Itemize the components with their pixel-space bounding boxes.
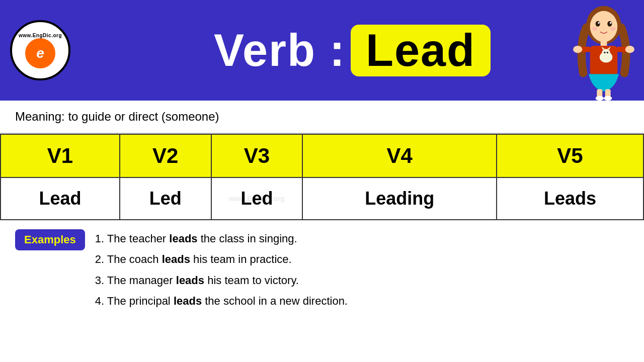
svg-point-6 bbox=[592, 27, 597, 31]
col-v5: V5 bbox=[497, 134, 643, 177]
col-v1: V1 bbox=[1, 134, 120, 177]
svg-point-14 bbox=[604, 52, 606, 54]
svg-point-19 bbox=[625, 46, 634, 53]
verb-forms-table: V1 V2 V3 V4 V5 Lead Led Led www.EngDic.o… bbox=[0, 134, 644, 220]
logo: www.EngDic.org e bbox=[10, 20, 70, 80]
header: www.EngDic.org e Verb : Lead bbox=[0, 0, 644, 101]
col-v2: V2 bbox=[120, 134, 211, 177]
svg-point-3 bbox=[607, 21, 612, 27]
logo-e: e bbox=[25, 38, 55, 68]
svg-point-1 bbox=[590, 11, 618, 42]
svg-point-11 bbox=[602, 49, 610, 56]
meaning-text: Meaning: to guide or direct (someone) bbox=[15, 110, 219, 123]
header-title: Verb : Lead bbox=[70, 25, 634, 76]
svg-rect-8 bbox=[601, 40, 607, 47]
example-1: 1. The teacher leads the class in singin… bbox=[95, 229, 348, 248]
svg-point-18 bbox=[573, 46, 582, 53]
meaning-section: Meaning: to guide or direct (someone) bbox=[0, 101, 644, 134]
table-header-row: V1 V2 V3 V4 V5 bbox=[1, 134, 643, 177]
svg-point-22 bbox=[596, 96, 604, 101]
val-v2: Led bbox=[120, 177, 211, 220]
val-v3: Led www.EngDic.org bbox=[211, 177, 303, 220]
example-3: 3. The manager leads his team to victory… bbox=[95, 271, 348, 290]
svg-point-23 bbox=[604, 96, 612, 101]
example-2: 2. The coach leads his team in practice. bbox=[95, 250, 348, 268]
examples-badge: Examples bbox=[15, 229, 85, 250]
val-v5: Leads bbox=[497, 177, 643, 220]
bold-leads-1: leads bbox=[169, 232, 197, 245]
svg-point-4 bbox=[598, 22, 600, 24]
bold-leads-2: leads bbox=[162, 253, 190, 265]
svg-point-15 bbox=[606, 52, 608, 54]
svg-point-7 bbox=[610, 27, 616, 31]
col-v3: V3 bbox=[211, 134, 303, 177]
examples-list: 1. The teacher leads the class in singin… bbox=[95, 229, 348, 313]
header-word: Lead bbox=[351, 25, 491, 76]
character-illustration bbox=[564, 0, 644, 101]
svg-point-2 bbox=[596, 21, 600, 27]
logo-top-text: www.EngDic.org bbox=[19, 33, 62, 38]
val-v4: Leading bbox=[302, 177, 497, 220]
bold-leads-3: leads bbox=[176, 274, 204, 287]
character-svg bbox=[566, 0, 641, 101]
col-v4: V4 bbox=[302, 134, 497, 177]
svg-point-5 bbox=[610, 22, 612, 24]
table-values-row: Lead Led Led www.EngDic.org Leading Lead… bbox=[1, 177, 643, 220]
example-4: 4. The principal leads the school in a n… bbox=[95, 292, 348, 310]
verb-label: Verb : bbox=[214, 25, 346, 76]
bold-leads-4: leads bbox=[174, 295, 202, 307]
val-v1: Lead bbox=[1, 177, 120, 220]
examples-section: Examples 1. The teacher leads the class … bbox=[0, 220, 644, 322]
